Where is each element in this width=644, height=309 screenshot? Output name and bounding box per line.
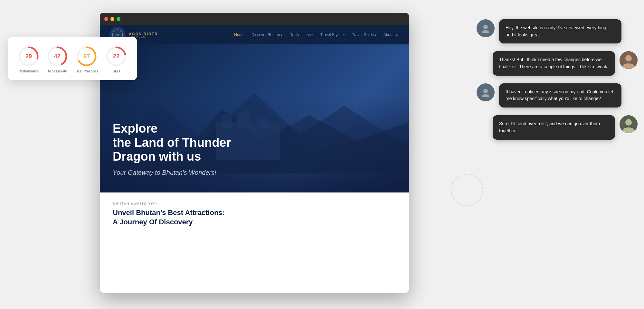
- nav-destinations[interactable]: Destinations: [289, 33, 313, 37]
- lh-value-accessibility: 42: [54, 53, 61, 60]
- section-title: Unveil Bhutan's Best Attractions: A Jour…: [113, 208, 396, 227]
- lh-label-best-practices: Best Practices: [75, 69, 98, 73]
- avatar-4: [620, 115, 638, 133]
- below-hero-section: BHUTAN AWAITS YOU Unveil Bhutan's Best A…: [100, 192, 409, 293]
- avatar-3: [477, 83, 495, 101]
- lh-ring-best-practices: 67: [76, 46, 97, 67]
- svg-point-18: [625, 55, 632, 61]
- lh-label-accessibility: Accessibility: [48, 69, 67, 73]
- site-nav: DR AGON RIDER TRAVELS Home Discover Bhut…: [100, 25, 409, 44]
- hero-subtitle: Your Gateway to Bhutan's Wonders!: [113, 169, 396, 176]
- nav-home[interactable]: Home: [234, 33, 244, 37]
- lh-metric-seo: 22 SEO: [106, 46, 127, 73]
- bubble-3: II haven't noticed any issues on my end.…: [499, 83, 621, 108]
- lh-metric-performance: 29 Performance: [18, 46, 39, 73]
- nav-travel-guide[interactable]: Travel Guide: [352, 33, 376, 37]
- website-content: DR AGON RIDER TRAVELS Home Discover Bhut…: [100, 25, 409, 293]
- lh-value-seo: 22: [113, 53, 119, 60]
- chat-message-2: Thanks! But I think I need a few changes…: [477, 51, 638, 75]
- lh-value-best-practices: 67: [83, 53, 90, 60]
- lh-ring-accessibility: 42: [47, 46, 68, 67]
- bubble-2: Thanks! But I think I need a few changes…: [493, 51, 615, 75]
- svg-text:DR: DR: [116, 34, 120, 37]
- lh-metric-best-practices: 67 Best Practices: [75, 46, 98, 73]
- close-button[interactable]: [104, 17, 108, 21]
- chat-area: Hey, the website is ready! I've reviewed…: [477, 19, 638, 140]
- hero-content: Explore the Land of Thunder Dragon with …: [113, 122, 396, 176]
- svg-point-16: [483, 25, 488, 29]
- svg-point-19: [483, 89, 488, 93]
- lighthouse-metrics: 29 Performance 42 Accessibility: [18, 46, 127, 73]
- minimize-button[interactable]: [110, 17, 114, 21]
- chat-message-4: Sure, I'll send over a list, and we can …: [477, 115, 638, 139]
- lh-ring-performance: 29: [18, 46, 39, 67]
- lh-metric-accessibility: 42 Accessibility: [47, 46, 68, 73]
- lh-value-performance: 29: [25, 53, 32, 60]
- chat-message-1: Hey, the website is ready! I've reviewed…: [477, 19, 638, 43]
- lighthouse-card: 29 Performance 42 Accessibility: [8, 37, 137, 80]
- logo-title: AGON RIDER: [129, 32, 158, 36]
- nav-travel-styles[interactable]: Travel Styles: [320, 33, 345, 37]
- avatar-2: [620, 51, 638, 69]
- hero-title: Explore the Land of Thunder Dragon with …: [113, 122, 396, 164]
- browser-chrome: [100, 13, 409, 25]
- hero-section: Explore the Land of Thunder Dragon with …: [100, 44, 409, 192]
- chat-message-3: II haven't noticed any issues on my end.…: [477, 83, 638, 108]
- nav-discover[interactable]: Discover Bhutan: [251, 33, 282, 37]
- nav-about[interactable]: About Us: [384, 33, 399, 37]
- decoration-circle: [451, 174, 483, 206]
- section-tag: BHUTAN AWAITS YOU: [113, 202, 396, 206]
- lh-ring-seo: 22: [106, 46, 127, 67]
- bubble-4: Sure, I'll send over a list, and we can …: [493, 115, 615, 139]
- browser-window: DR AGON RIDER TRAVELS Home Discover Bhut…: [100, 13, 409, 293]
- avatar-1: [477, 19, 495, 37]
- nav-links: Home Discover Bhutan Destinations Travel…: [234, 33, 399, 37]
- lh-label-performance: Performance: [19, 69, 39, 73]
- maximize-button[interactable]: [117, 17, 120, 21]
- lh-label-seo: SEO: [112, 69, 120, 73]
- svg-point-21: [625, 119, 632, 126]
- bubble-1: Hey, the website is ready! I've reviewed…: [499, 19, 621, 43]
